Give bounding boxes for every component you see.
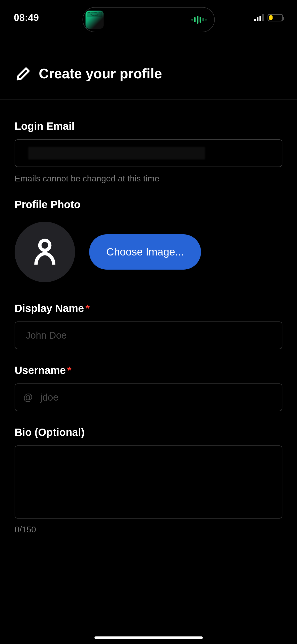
email-field xyxy=(15,139,282,167)
display-name-input[interactable] xyxy=(15,321,282,349)
avatar-placeholder xyxy=(15,222,75,282)
email-label: Login Email xyxy=(15,120,282,132)
audio-waveform-icon xyxy=(191,16,207,24)
choose-image-button[interactable]: Choose Image... xyxy=(89,234,201,270)
email-value-redacted xyxy=(28,147,205,159)
required-marker: * xyxy=(67,364,71,376)
dynamic-island[interactable]: Génération Do It Yourself xyxy=(82,7,215,32)
person-icon xyxy=(34,238,56,266)
photo-label: Profile Photo xyxy=(15,199,282,211)
required-marker: * xyxy=(85,302,89,314)
field-username: Username* @ xyxy=(15,364,282,411)
now-playing-album-art: Génération Do It Yourself xyxy=(85,11,104,29)
field-display-name: Display Name* xyxy=(15,302,282,349)
username-input[interactable] xyxy=(15,383,282,411)
svg-point-0 xyxy=(40,240,50,250)
username-label: Username* xyxy=(15,364,282,376)
home-indicator[interactable] xyxy=(94,636,203,639)
bio-label: Bio (Optional) xyxy=(15,426,282,438)
field-profile-photo: Profile Photo Choose Image... xyxy=(15,199,282,282)
page-header: Create your profile xyxy=(0,35,297,100)
cellular-signal-icon xyxy=(254,14,264,21)
field-bio: Bio (Optional) 0/150 xyxy=(15,426,282,534)
status-time: 08:49 xyxy=(14,12,39,23)
status-right xyxy=(254,14,283,21)
form-content: Login Email Emails cannot be changed at … xyxy=(0,100,297,534)
battery-fill xyxy=(269,15,273,20)
battery-icon xyxy=(268,14,283,21)
page-title: Create your profile xyxy=(39,66,162,82)
display-name-label: Display Name* xyxy=(15,302,282,314)
field-login-email: Login Email Emails cannot be changed at … xyxy=(15,120,282,183)
email-help-text: Emails cannot be changed at this time xyxy=(15,174,282,183)
status-bar: 08:49 Génération Do It Yourself xyxy=(0,0,297,35)
bio-textarea[interactable] xyxy=(15,445,282,519)
pencil-icon xyxy=(16,66,31,81)
bio-char-count: 0/150 xyxy=(15,525,282,534)
